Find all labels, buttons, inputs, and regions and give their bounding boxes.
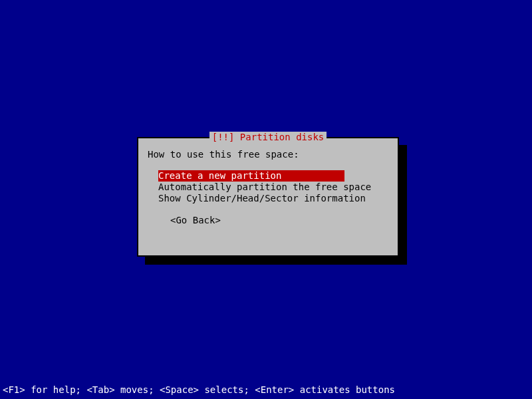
option-create-partition[interactable]: Create a new partition	[158, 170, 344, 182]
dialog-title-text: Partition disks	[240, 132, 324, 142]
dialog-title-container: [!!] Partition disks	[138, 132, 398, 142]
go-back-container: <Go Back>	[170, 215, 388, 225]
dialog-title: [!!] Partition disks	[209, 132, 327, 142]
prompt-text: How to use this free space:	[148, 149, 388, 160]
dialog-title-marker: [!!]	[212, 132, 235, 142]
option-auto-partition[interactable]: Automatically partition the free space	[158, 182, 388, 193]
status-bar: <F1> for help; <Tab> moves; <Space> sele…	[3, 384, 395, 395]
options-list: Create a new partition Automatically par…	[158, 170, 388, 204]
dialog-content: How to use this free space: Create a new…	[138, 138, 398, 236]
go-back-button[interactable]: <Go Back>	[170, 215, 221, 225]
partition-dialog: [!!] Partition disks How to use this fre…	[137, 137, 399, 257]
option-show-chs[interactable]: Show Cylinder/Head/Sector information	[158, 193, 388, 204]
